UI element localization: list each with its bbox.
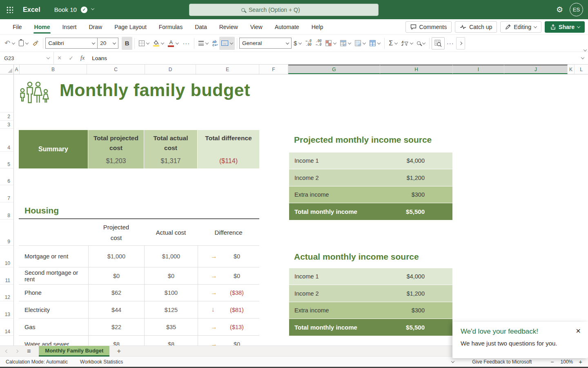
income-row[interactable]: Income 1$4,000 bbox=[289, 153, 452, 169]
row-header-9[interactable]: 9 bbox=[0, 220, 13, 246]
column-header-d[interactable]: D bbox=[145, 65, 196, 74]
row-header-4[interactable]: 4 bbox=[0, 129, 13, 152]
row-header-13[interactable]: 13 bbox=[0, 301, 13, 319]
tab-automate[interactable]: Automate bbox=[269, 19, 305, 35]
font-size-dropdown[interactable]: 20 bbox=[97, 38, 118, 49]
column-header-a[interactable]: A bbox=[14, 65, 20, 74]
select-all-corner[interactable] bbox=[0, 65, 14, 74]
income-row[interactable]: Income 2$1,200 bbox=[289, 169, 452, 186]
column-header-l[interactable]: L bbox=[575, 65, 588, 74]
actual-income-title[interactable]: Actual monthly income source bbox=[294, 252, 419, 262]
sheet-title[interactable]: Monthly family budget bbox=[60, 80, 250, 100]
merge-center-button[interactable]: ↔ bbox=[219, 37, 235, 50]
alignment-button[interactable] bbox=[196, 37, 210, 50]
row-header-12[interactable]: 12 bbox=[0, 285, 13, 301]
cell-styles-button[interactable] bbox=[353, 37, 368, 50]
cancel-entry-button[interactable]: × bbox=[54, 54, 65, 62]
paste-button[interactable] bbox=[17, 37, 30, 50]
column-header-i[interactable]: I bbox=[453, 65, 504, 74]
tab-formulas[interactable]: Formulas bbox=[153, 19, 189, 35]
number-format-dropdown[interactable]: General bbox=[239, 38, 292, 49]
housing-row-water-sewer[interactable]: Water and sewer $8 $8 →$0 bbox=[19, 336, 259, 346]
app-launcher-waffle-icon[interactable] bbox=[6, 6, 13, 13]
income-row[interactable]: Income 1$4,000 bbox=[289, 268, 452, 285]
column-header-f[interactable]: F bbox=[259, 65, 288, 74]
tab-view[interactable]: View bbox=[244, 19, 269, 35]
column-header-c[interactable]: C bbox=[87, 65, 145, 74]
increase-decimal-button[interactable]: ←.0.00 bbox=[303, 37, 313, 50]
housing-row-mortgage[interactable]: Mortgage or rent $1,000 $1,000 →$0 bbox=[19, 246, 259, 267]
close-icon[interactable]: × bbox=[576, 326, 581, 336]
ribbon-expand-button[interactable] bbox=[456, 37, 465, 49]
fill-color-button[interactable] bbox=[151, 37, 166, 50]
housing-row-gas[interactable]: Gas $22 $35 →($13) bbox=[19, 319, 259, 336]
ribbon-collapse-chevron-icon[interactable] bbox=[584, 48, 587, 51]
tab-home[interactable]: Home bbox=[28, 19, 56, 35]
share-button[interactable]: Share bbox=[545, 21, 585, 33]
projected-income-table[interactable]: Income 1$4,000 Income 2$1,200 Extra inco… bbox=[289, 153, 452, 220]
income-row[interactable]: Extra income$300 bbox=[289, 186, 452, 203]
confirm-entry-button[interactable]: ✓ bbox=[65, 55, 77, 61]
workbook-statistics-button[interactable]: Workbook Statistics bbox=[80, 359, 123, 365]
summary-table[interactable]: Summary Total projected cost $1,203 Tota… bbox=[19, 130, 259, 168]
prev-sheet-icon[interactable] bbox=[5, 349, 9, 352]
income-row[interactable]: Income 2$1,200 bbox=[289, 285, 452, 302]
column-header-e[interactable]: E bbox=[196, 65, 259, 74]
insert-function-button[interactable]: fx bbox=[77, 55, 88, 61]
summary-difference-value[interactable]: ($114) bbox=[219, 157, 238, 165]
decrease-decimal-button[interactable]: .00→.0 bbox=[314, 37, 323, 50]
insert-table-button[interactable] bbox=[368, 37, 382, 50]
row-header-3[interactable]: 3 bbox=[0, 121, 13, 129]
tab-insert[interactable]: Insert bbox=[56, 19, 82, 35]
row-header-2[interactable]: 2 bbox=[0, 112, 13, 121]
row-header-11[interactable]: 11 bbox=[0, 267, 13, 285]
housing-section-title[interactable]: Housing bbox=[24, 206, 59, 215]
search-input[interactable] bbox=[249, 7, 326, 13]
zoom-in-button[interactable]: + bbox=[579, 358, 582, 365]
column-header-k[interactable]: K bbox=[568, 65, 575, 74]
settings-gear-icon[interactable]: ⚙ bbox=[556, 6, 563, 13]
font-color-button[interactable]: A bbox=[166, 37, 180, 50]
tab-data[interactable]: Data bbox=[189, 19, 213, 35]
analyze-data-button[interactable] bbox=[432, 37, 445, 49]
document-name[interactable]: Book 10 bbox=[54, 6, 77, 13]
row-header-15[interactable] bbox=[0, 336, 13, 346]
tab-review[interactable]: Review bbox=[213, 19, 244, 35]
font-name-dropdown[interactable]: Calibri bbox=[45, 38, 98, 49]
tab-draw[interactable]: Draw bbox=[82, 19, 108, 35]
row-header-14[interactable]: 14 bbox=[0, 319, 13, 336]
sort-filter-button[interactable]: AZ bbox=[399, 37, 414, 50]
income-total-row[interactable]: Total monthly income$5,500 bbox=[289, 203, 452, 220]
calculation-mode-status[interactable]: Calculation Mode: Automatic bbox=[6, 359, 68, 365]
find-button[interactable] bbox=[415, 37, 427, 50]
catch-up-button[interactable]: Catch up bbox=[455, 21, 497, 33]
wrap-text-button[interactable]: abc↩ bbox=[210, 37, 219, 50]
row-header-1[interactable] bbox=[0, 74, 13, 112]
account-avatar[interactable]: ES bbox=[570, 3, 583, 16]
add-sheet-icon[interactable]: + bbox=[117, 347, 121, 355]
zoom-out-button[interactable]: − bbox=[550, 359, 554, 365]
income-row[interactable]: Extra income$300 bbox=[289, 302, 452, 319]
comments-button[interactable]: Comments bbox=[405, 21, 452, 33]
formula-bar-expand-chevron-icon[interactable] bbox=[581, 56, 584, 59]
toolbar-overflow-button[interactable]: ··· bbox=[445, 37, 456, 50]
housing-row-second-mortgage[interactable]: Second mortgage or rent $0 $0 →$0 bbox=[19, 267, 259, 285]
zoom-level[interactable]: 100% bbox=[561, 359, 573, 365]
projected-income-title[interactable]: Projected monthly income source bbox=[294, 135, 432, 145]
conditional-formatting-button[interactable] bbox=[323, 37, 338, 50]
bold-button[interactable]: B bbox=[122, 37, 132, 50]
autosum-button[interactable]: Σ bbox=[387, 37, 399, 50]
income-total-row[interactable]: Total monthly income$5,500 bbox=[289, 319, 452, 336]
undo-button[interactable]: ↶ bbox=[2, 37, 17, 50]
next-sheet-icon[interactable] bbox=[15, 349, 18, 352]
summary-actual-value[interactable]: $1,317 bbox=[161, 157, 181, 165]
format-as-table-button[interactable] bbox=[338, 37, 353, 50]
row-header-5[interactable]: 5 bbox=[0, 152, 13, 168]
tab-page-layout[interactable]: Page Layout bbox=[108, 19, 153, 35]
editing-mode-button[interactable]: Editing bbox=[500, 21, 541, 33]
more-font-options-button[interactable]: ··· bbox=[180, 37, 192, 50]
actual-income-table[interactable]: Income 1$4,000 Income 2$1,200 Extra inco… bbox=[289, 268, 452, 336]
format-painter-button[interactable] bbox=[30, 37, 41, 50]
summary-projected-value[interactable]: $1,203 bbox=[106, 157, 126, 165]
sheet-canvas[interactable]: Monthly family budget Summary Total proj… bbox=[14, 74, 588, 346]
